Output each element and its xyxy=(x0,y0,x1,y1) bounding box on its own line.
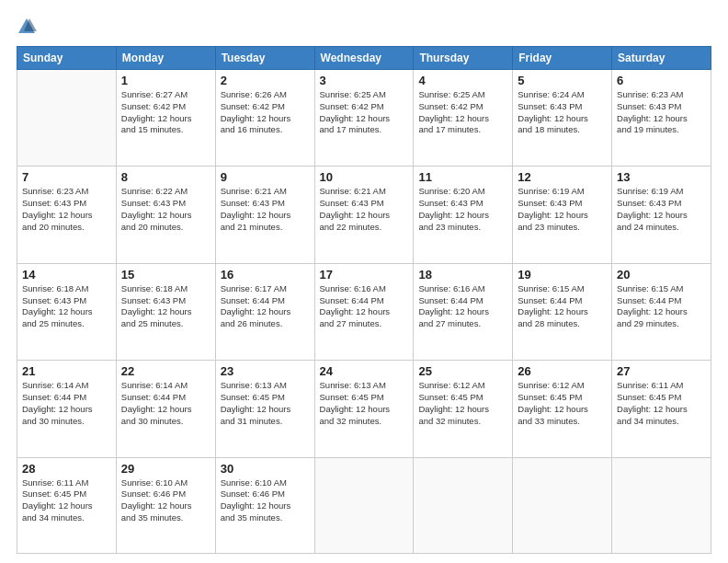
calendar-cell: 17Sunrise: 6:16 AM Sunset: 6:44 PM Dayli… xyxy=(314,263,414,360)
calendar-cell: 10Sunrise: 6:21 AM Sunset: 6:43 PM Dayli… xyxy=(314,167,414,263)
logo-text xyxy=(17,17,39,37)
cell-info: Sunrise: 6:15 AM Sunset: 6:44 PM Dayligh… xyxy=(617,283,706,330)
calendar-cell: 24Sunrise: 6:13 AM Sunset: 6:45 PM Dayli… xyxy=(314,361,414,457)
cell-info: Sunrise: 6:11 AM Sunset: 6:45 PM Dayligh… xyxy=(22,477,111,524)
calendar-cell: 29Sunrise: 6:10 AM Sunset: 6:46 PM Dayli… xyxy=(116,457,215,553)
calendar: SundayMondayTuesdayWednesdayThursdayFrid… xyxy=(17,46,711,554)
calendar-cell: 15Sunrise: 6:18 AM Sunset: 6:43 PM Dayli… xyxy=(116,263,215,360)
calendar-cell: 21Sunrise: 6:14 AM Sunset: 6:44 PM Dayli… xyxy=(17,361,117,457)
calendar-cell: 16Sunrise: 6:17 AM Sunset: 6:44 PM Dayli… xyxy=(215,263,314,360)
calendar-cell: 13Sunrise: 6:19 AM Sunset: 6:43 PM Dayli… xyxy=(612,167,711,263)
calendar-cell: 9Sunrise: 6:21 AM Sunset: 6:43 PM Daylig… xyxy=(215,167,314,263)
cell-info: Sunrise: 6:16 AM Sunset: 6:44 PM Dayligh… xyxy=(418,283,507,330)
cell-info: Sunrise: 6:14 AM Sunset: 6:44 PM Dayligh… xyxy=(22,380,111,427)
cell-info: Sunrise: 6:18 AM Sunset: 6:43 PM Dayligh… xyxy=(121,283,210,330)
cell-info: Sunrise: 6:23 AM Sunset: 6:43 PM Dayligh… xyxy=(22,186,111,233)
calendar-cell: 3Sunrise: 6:25 AM Sunset: 6:42 PM Daylig… xyxy=(314,70,414,167)
calendar-cell: 19Sunrise: 6:15 AM Sunset: 6:44 PM Dayli… xyxy=(513,263,612,360)
cell-info: Sunrise: 6:10 AM Sunset: 6:46 PM Dayligh… xyxy=(221,477,310,524)
calendar-cell: 4Sunrise: 6:25 AM Sunset: 6:42 PM Daylig… xyxy=(414,70,513,167)
logo xyxy=(17,17,39,37)
day-number: 19 xyxy=(518,268,607,282)
day-number: 25 xyxy=(418,364,507,378)
day-number: 18 xyxy=(418,268,507,282)
cell-info: Sunrise: 6:25 AM Sunset: 6:42 PM Dayligh… xyxy=(418,89,507,136)
calendar-cell xyxy=(314,457,414,553)
day-number: 26 xyxy=(518,364,607,378)
cell-info: Sunrise: 6:24 AM Sunset: 6:43 PM Dayligh… xyxy=(518,89,607,136)
day-number: 16 xyxy=(221,268,310,282)
calendar-cell: 26Sunrise: 6:12 AM Sunset: 6:45 PM Dayli… xyxy=(513,361,612,457)
day-number: 23 xyxy=(221,364,310,378)
calendar-cell: 8Sunrise: 6:22 AM Sunset: 6:43 PM Daylig… xyxy=(116,167,215,263)
cell-info: Sunrise: 6:10 AM Sunset: 6:46 PM Dayligh… xyxy=(121,477,210,524)
day-number: 13 xyxy=(617,170,706,184)
calendar-cell: 11Sunrise: 6:20 AM Sunset: 6:43 PM Dayli… xyxy=(414,167,513,263)
calendar-cell: 27Sunrise: 6:11 AM Sunset: 6:45 PM Dayli… xyxy=(612,361,711,457)
day-number: 5 xyxy=(518,74,607,87)
day-number: 6 xyxy=(617,74,706,87)
cell-info: Sunrise: 6:19 AM Sunset: 6:43 PM Dayligh… xyxy=(617,186,706,233)
day-number: 20 xyxy=(617,268,706,282)
cell-info: Sunrise: 6:12 AM Sunset: 6:45 PM Dayligh… xyxy=(518,380,607,427)
cell-info: Sunrise: 6:15 AM Sunset: 6:44 PM Dayligh… xyxy=(518,283,607,330)
calendar-cell: 18Sunrise: 6:16 AM Sunset: 6:44 PM Dayli… xyxy=(414,263,513,360)
col-header-thursday: Thursday xyxy=(414,47,513,70)
day-number: 3 xyxy=(320,74,409,87)
cell-info: Sunrise: 6:22 AM Sunset: 6:43 PM Dayligh… xyxy=(121,186,210,233)
cell-info: Sunrise: 6:11 AM Sunset: 6:45 PM Dayligh… xyxy=(617,380,706,427)
week-row-4: 21Sunrise: 6:14 AM Sunset: 6:44 PM Dayli… xyxy=(17,361,711,457)
calendar-cell: 5Sunrise: 6:24 AM Sunset: 6:43 PM Daylig… xyxy=(513,70,612,167)
calendar-cell: 22Sunrise: 6:14 AM Sunset: 6:44 PM Dayli… xyxy=(116,361,215,457)
cell-info: Sunrise: 6:20 AM Sunset: 6:43 PM Dayligh… xyxy=(418,186,507,233)
header-row: SundayMondayTuesdayWednesdayThursdayFrid… xyxy=(17,47,711,70)
cell-info: Sunrise: 6:12 AM Sunset: 6:45 PM Dayligh… xyxy=(418,380,507,427)
col-header-sunday: Sunday xyxy=(17,47,117,70)
day-number: 10 xyxy=(320,170,409,184)
logo-icon xyxy=(17,17,37,37)
cell-info: Sunrise: 6:17 AM Sunset: 6:44 PM Dayligh… xyxy=(221,283,310,330)
cell-info: Sunrise: 6:25 AM Sunset: 6:42 PM Dayligh… xyxy=(320,89,409,136)
cell-info: Sunrise: 6:14 AM Sunset: 6:44 PM Dayligh… xyxy=(121,380,210,427)
calendar-cell: 20Sunrise: 6:15 AM Sunset: 6:44 PM Dayli… xyxy=(612,263,711,360)
day-number: 11 xyxy=(418,170,507,184)
day-number: 7 xyxy=(22,170,111,184)
calendar-cell: 7Sunrise: 6:23 AM Sunset: 6:43 PM Daylig… xyxy=(17,167,117,263)
day-number: 2 xyxy=(221,74,310,87)
day-number: 24 xyxy=(320,364,409,378)
cell-info: Sunrise: 6:13 AM Sunset: 6:45 PM Dayligh… xyxy=(320,380,409,427)
col-header-friday: Friday xyxy=(513,47,612,70)
week-row-3: 14Sunrise: 6:18 AM Sunset: 6:43 PM Dayli… xyxy=(17,263,711,360)
calendar-cell: 28Sunrise: 6:11 AM Sunset: 6:45 PM Dayli… xyxy=(17,457,117,553)
calendar-cell: 1Sunrise: 6:27 AM Sunset: 6:42 PM Daylig… xyxy=(116,70,215,167)
day-number: 30 xyxy=(221,462,310,476)
col-header-wednesday: Wednesday xyxy=(314,47,414,70)
day-number: 21 xyxy=(22,364,111,378)
day-number: 1 xyxy=(121,74,210,87)
col-header-saturday: Saturday xyxy=(612,47,711,70)
page: SundayMondayTuesdayWednesdayThursdayFrid… xyxy=(0,0,728,563)
col-header-monday: Monday xyxy=(116,47,215,70)
cell-info: Sunrise: 6:23 AM Sunset: 6:43 PM Dayligh… xyxy=(617,89,706,136)
day-number: 27 xyxy=(617,364,706,378)
col-header-tuesday: Tuesday xyxy=(215,47,314,70)
cell-info: Sunrise: 6:13 AM Sunset: 6:45 PM Dayligh… xyxy=(221,380,310,427)
calendar-cell xyxy=(414,457,513,553)
calendar-cell xyxy=(513,457,612,553)
week-row-2: 7Sunrise: 6:23 AM Sunset: 6:43 PM Daylig… xyxy=(17,167,711,263)
cell-info: Sunrise: 6:18 AM Sunset: 6:43 PM Dayligh… xyxy=(22,283,111,330)
cell-info: Sunrise: 6:27 AM Sunset: 6:42 PM Dayligh… xyxy=(121,89,210,136)
day-number: 12 xyxy=(518,170,607,184)
calendar-cell xyxy=(17,70,117,167)
cell-info: Sunrise: 6:19 AM Sunset: 6:43 PM Dayligh… xyxy=(518,186,607,233)
calendar-cell: 25Sunrise: 6:12 AM Sunset: 6:45 PM Dayli… xyxy=(414,361,513,457)
week-row-5: 28Sunrise: 6:11 AM Sunset: 6:45 PM Dayli… xyxy=(17,457,711,553)
day-number: 15 xyxy=(121,268,210,282)
day-number: 17 xyxy=(320,268,409,282)
calendar-cell: 23Sunrise: 6:13 AM Sunset: 6:45 PM Dayli… xyxy=(215,361,314,457)
day-number: 22 xyxy=(121,364,210,378)
calendar-cell: 14Sunrise: 6:18 AM Sunset: 6:43 PM Dayli… xyxy=(17,263,117,360)
calendar-cell: 6Sunrise: 6:23 AM Sunset: 6:43 PM Daylig… xyxy=(612,70,711,167)
cell-info: Sunrise: 6:21 AM Sunset: 6:43 PM Dayligh… xyxy=(320,186,409,233)
day-number: 4 xyxy=(418,74,507,87)
